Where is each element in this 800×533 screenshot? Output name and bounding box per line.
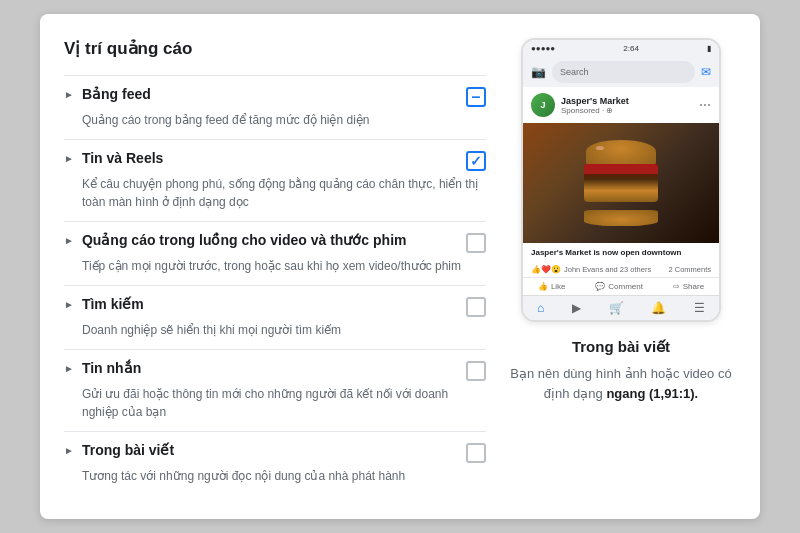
checkbox-trong-bai-viet[interactable] (466, 443, 486, 463)
placement-item-tim-kiem: ► Tìm kiếm Doanh nghiệp sẽ hiển thị khi … (64, 285, 486, 349)
nav-video-icon[interactable]: ▶ (572, 301, 581, 315)
post-caption: Jasper's Market is now open downtown (523, 243, 719, 262)
placement-item-quang-cao-video: ► Quảng cáo trong luồng cho video và thư… (64, 221, 486, 285)
fb-camera-icon: 📷 (531, 65, 546, 79)
chevron-icon-tin-va-reels[interactable]: ► (64, 153, 74, 164)
info-desc: Bạn nên dùng hình ảnh hoặc video có định… (506, 364, 736, 403)
placement-name-tin-nhan: Tin nhắn (82, 360, 458, 376)
post-actions: 👍 Like 💬 Comment ⇨ Share (523, 278, 719, 295)
placement-item-tin-nhan: ► Tin nhắn Gửi ưu đãi hoặc thông tin mới… (64, 349, 486, 431)
checkbox-tin-va-reels[interactable]: ✓ (466, 151, 486, 171)
like-button[interactable]: 👍 Like (538, 282, 566, 291)
burger-visual (523, 123, 719, 243)
comment-label: Comment (608, 282, 643, 291)
post-header: J Jasper's Market Sponsored · ⊕ ⋯ (523, 87, 719, 123)
phone-mockup: ●●●●● 2:64 ▮ 📷 Search ✉ J Jasper's Marke… (521, 38, 721, 322)
placement-desc-tin-nhan: Gửi ưu đãi hoặc thông tin mới cho những … (64, 385, 486, 421)
like-label: Like (551, 282, 566, 291)
checkbox-quang-cao-video[interactable] (466, 233, 486, 253)
placement-item-trong-bai-viet: ► Trong bài viết Tương tác với những ngư… (64, 431, 486, 495)
placement-name-bang-feed: Bảng feed (82, 86, 458, 102)
placement-desc-bang-feed: Quảng cáo trong bảng feed để tăng mức độ… (64, 111, 486, 129)
bun-bottom (584, 210, 658, 226)
checkbox-tim-kiem[interactable] (466, 297, 486, 317)
chevron-icon-quang-cao-video[interactable]: ► (64, 235, 74, 246)
placement-name-trong-bai-viet: Trong bài viết (82, 442, 458, 458)
fb-messenger-icon: ✉ (701, 65, 711, 79)
phone-battery: ▮ (707, 44, 711, 53)
phone-search-input[interactable]: Search (552, 61, 695, 83)
share-label: Share (683, 282, 704, 291)
placement-item-tin-va-reels: ► Tin và Reels ✓ Kể câu chuyện phong phú… (64, 139, 486, 221)
nav-menu-icon[interactable]: ☰ (694, 301, 705, 315)
nav-marketplace-icon[interactable]: 🛒 (609, 301, 624, 315)
main-card: Vị trí quảng cáo ► Bảng feed – Quảng cáo… (40, 14, 760, 519)
reactions-text: John Evans and 23 others (564, 265, 651, 274)
burger-filling (584, 164, 658, 202)
info-section: Trong bài viết Bạn nên dùng hình ảnh hoặ… (506, 334, 736, 407)
left-panel: Vị trí quảng cáo ► Bảng feed – Quảng cáo… (64, 38, 486, 495)
share-button[interactable]: ⇨ Share (673, 282, 704, 291)
placement-name-tim-kiem: Tìm kiếm (82, 296, 458, 312)
checkbox-tin-nhan[interactable] (466, 361, 486, 381)
chevron-icon-tin-nhan[interactable]: ► (64, 363, 74, 374)
chevron-icon-bang-feed[interactable]: ► (64, 89, 74, 100)
placement-desc-tim-kiem: Doanh nghiệp sẽ hiển thị khi mọi người t… (64, 321, 486, 339)
post-reactions: 👍❤️😮 John Evans and 23 others 2 Comments (523, 262, 719, 278)
info-desc-bold: ngang (1,91:1). (606, 386, 698, 401)
post-image (523, 123, 719, 243)
minus-icon: – (472, 89, 481, 105)
phone-time: 2:64 (623, 44, 639, 53)
placement-name-tin-va-reels: Tin và Reels (82, 150, 458, 166)
chevron-icon-tim-kiem[interactable]: ► (64, 299, 74, 310)
nav-home-icon[interactable]: ⌂ (537, 301, 544, 315)
phone-status-bar: ●●●●● 2:64 ▮ (523, 40, 719, 57)
like-icon: 👍 (538, 282, 548, 291)
phone-search-bar: 📷 Search ✉ (523, 57, 719, 87)
comment-button[interactable]: 💬 Comment (595, 282, 643, 291)
avatar: J (531, 93, 555, 117)
placement-name-quang-cao-video: Quảng cáo trong luồng cho video và thước… (82, 232, 458, 248)
search-placeholder: Search (560, 67, 589, 77)
burger-container (581, 138, 661, 228)
placement-item-bang-feed: ► Bảng feed – Quảng cáo trong bảng feed … (64, 75, 486, 139)
right-panel: ●●●●● 2:64 ▮ 📷 Search ✉ J Jasper's Marke… (506, 38, 736, 495)
comments-count: 2 Comments (668, 265, 711, 274)
nav-bell-icon[interactable]: 🔔 (651, 301, 666, 315)
post-meta: Jasper's Market Sponsored · ⊕ (561, 96, 693, 115)
more-options-icon[interactable]: ⋯ (699, 98, 711, 112)
comment-icon: 💬 (595, 282, 605, 291)
phone-signal: ●●●●● (531, 44, 555, 53)
like-emoji: 👍❤️😮 (531, 265, 561, 274)
reaction-icons: 👍❤️😮 John Evans and 23 others (531, 265, 651, 274)
share-icon: ⇨ (673, 282, 680, 291)
poster-name: Jasper's Market (561, 96, 693, 106)
chevron-icon-trong-bai-viet[interactable]: ► (64, 445, 74, 456)
phone-nav: ⌂ ▶ 🛒 🔔 ☰ (523, 295, 719, 320)
placement-desc-quang-cao-video: Tiếp cận mọi người trước, trong hoặc sau… (64, 257, 486, 275)
info-title: Trong bài viết (506, 338, 736, 356)
placement-desc-tin-va-reels: Kể câu chuyện phong phú, sống động bằng … (64, 175, 486, 211)
checkbox-bang-feed[interactable]: – (466, 87, 486, 107)
panel-title: Vị trí quảng cáo (64, 38, 486, 59)
placement-desc-trong-bai-viet: Tương tác với những người đọc nội dung c… (64, 467, 486, 485)
poster-subtitle: Sponsored · ⊕ (561, 106, 693, 115)
check-icon: ✓ (470, 153, 482, 169)
